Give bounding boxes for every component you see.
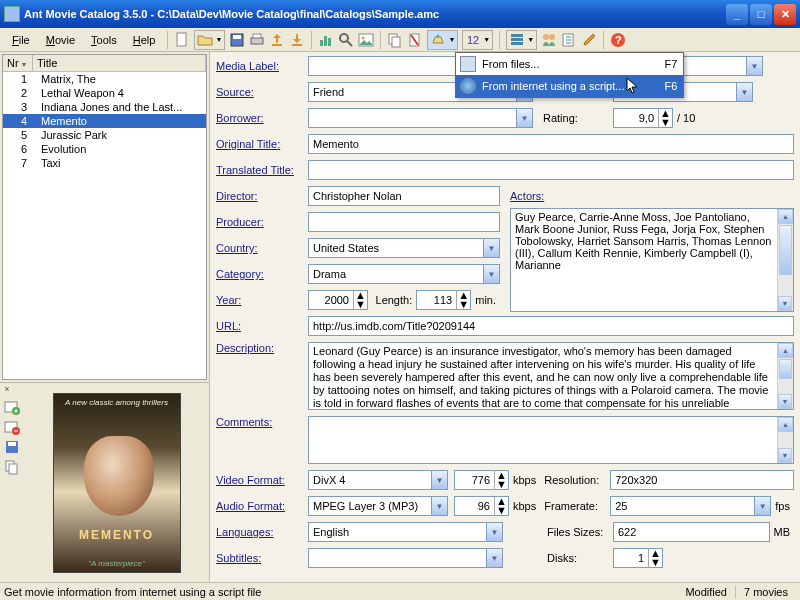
- lbl-original-title[interactable]: Original Title:: [216, 138, 308, 150]
- lbl-subtitles[interactable]: Subtitles:: [216, 552, 308, 564]
- prefs-icon[interactable]: [581, 32, 597, 48]
- video-rate-spin[interactable]: 776▲▼: [454, 470, 509, 490]
- subtitles-combo[interactable]: ▼: [308, 548, 503, 568]
- actors-text[interactable]: Guy Pearce, Carrie-Anne Moss, Joe Pantol…: [510, 208, 794, 312]
- print-icon[interactable]: [249, 32, 265, 48]
- lbl-length: Length:: [368, 294, 416, 306]
- category-combo[interactable]: Drama▼: [308, 264, 500, 284]
- list-row[interactable]: 3Indiana Jones and the Last...: [3, 100, 206, 114]
- svg-rect-32: [9, 464, 17, 474]
- audio-rate-spin[interactable]: 96▲▼: [454, 496, 509, 516]
- comments-text[interactable]: ▲▼: [308, 416, 794, 464]
- url-input[interactable]: [308, 316, 794, 336]
- new-icon[interactable]: [174, 32, 190, 48]
- list-row[interactable]: 5Jurassic Park: [3, 128, 206, 142]
- svg-point-11: [362, 36, 365, 39]
- lbl-description[interactable]: Description:: [216, 342, 308, 354]
- title-bar: Ant Movie Catalog 3.5.0 - C:\Data\Dev\Mo…: [0, 0, 800, 28]
- loan-icon[interactable]: [541, 32, 557, 48]
- lbl-video-format[interactable]: Video Format:: [216, 474, 308, 486]
- save-icon[interactable]: [229, 32, 245, 48]
- director-input[interactable]: [308, 186, 500, 206]
- lbl-director[interactable]: Director:: [216, 190, 308, 202]
- open-dropdown[interactable]: ▼: [194, 30, 225, 50]
- lbl-translated-title[interactable]: Translated Title:: [216, 164, 308, 176]
- lbl-producer[interactable]: Producer:: [216, 216, 308, 228]
- lbl-category[interactable]: Category:: [216, 268, 308, 280]
- lbl-borrower[interactable]: Borrower:: [216, 112, 308, 124]
- list-row[interactable]: 7Taxi: [3, 156, 206, 170]
- pic-save-icon[interactable]: [4, 439, 20, 455]
- number-dropdown[interactable]: 12▼: [462, 30, 493, 50]
- files-sizes-input[interactable]: [613, 522, 770, 542]
- close-button[interactable]: ✕: [774, 4, 796, 25]
- list-header[interactable]: Nr Title: [3, 55, 206, 72]
- lbl-languages[interactable]: Languages:: [216, 526, 308, 538]
- rating-spin[interactable]: 9,0▲▼: [613, 108, 673, 128]
- status-count: 7 movies: [736, 586, 796, 598]
- lbl-media-label[interactable]: Media Label:: [216, 60, 308, 72]
- list-row[interactable]: 2Lethal Weapon 4: [3, 86, 206, 100]
- help-icon[interactable]: ?: [610, 32, 626, 48]
- files-icon: [460, 56, 476, 72]
- list-row[interactable]: 4Memento: [3, 114, 206, 128]
- menu-movie[interactable]: Movie: [38, 31, 83, 49]
- lbl-country[interactable]: Country:: [216, 242, 308, 254]
- lbl-comments[interactable]: Comments:: [216, 416, 308, 428]
- video-format-combo[interactable]: DivX 4▼: [308, 470, 448, 490]
- popup-from-files[interactable]: From files... F7: [456, 53, 683, 75]
- movie-poster[interactable]: A new classic among thrillers MEMENTO "A…: [53, 393, 181, 573]
- resolution-input[interactable]: [610, 470, 794, 490]
- view-dropdown[interactable]: ▼: [506, 30, 537, 50]
- lbl-url[interactable]: URL:: [216, 320, 308, 332]
- svg-rect-3: [251, 38, 263, 44]
- maximize-button[interactable]: □: [750, 4, 772, 25]
- year-spin[interactable]: 2000▲▼: [308, 290, 368, 310]
- delete-icon[interactable]: [407, 32, 423, 48]
- disks-spin[interactable]: 1▲▼: [613, 548, 663, 568]
- col-nr[interactable]: Nr: [3, 55, 33, 71]
- pic-delete-icon[interactable]: [4, 419, 20, 435]
- languages-combo[interactable]: English▼: [308, 522, 503, 542]
- stats-icon[interactable]: [318, 32, 334, 48]
- list-row[interactable]: 6Evolution: [3, 142, 206, 156]
- lbl-disks: Disks:: [543, 552, 613, 564]
- menu-tools[interactable]: Tools: [83, 31, 125, 49]
- svg-rect-17: [511, 34, 523, 37]
- borrower-combo[interactable]: ▼: [308, 108, 533, 128]
- movie-list[interactable]: Nr Title 1Matrix, The2Lethal Weapon 43In…: [2, 54, 207, 380]
- close-thumb-icon[interactable]: ×: [1, 384, 13, 396]
- lbl-audio-format[interactable]: Audio Format:: [216, 500, 308, 512]
- popup-from-internet[interactable]: From internet using a script... F6: [456, 75, 683, 97]
- export-icon[interactable]: [269, 32, 285, 48]
- lbl-year[interactable]: Year:: [216, 294, 308, 306]
- menu-help[interactable]: Help: [125, 31, 164, 49]
- svg-point-21: [549, 34, 555, 40]
- col-title[interactable]: Title: [33, 55, 206, 71]
- original-title-input[interactable]: [308, 134, 794, 154]
- framerate-combo[interactable]: 25▼: [610, 496, 771, 516]
- lbl-actors[interactable]: Actors:: [510, 190, 544, 202]
- pic-add-icon[interactable]: [4, 399, 20, 415]
- find-icon[interactable]: [338, 32, 354, 48]
- audio-format-combo[interactable]: MPEG Layer 3 (MP3)▼: [308, 496, 448, 516]
- description-text[interactable]: Leonard (Guy Pearce) is an insurance inv…: [308, 342, 794, 410]
- copy-icon[interactable]: [387, 32, 403, 48]
- lbl-rating: Rating:: [533, 112, 613, 124]
- get-info-dropdown[interactable]: ▼: [427, 30, 458, 50]
- country-combo[interactable]: United States▼: [308, 238, 500, 258]
- length-spin[interactable]: 113▲▼: [416, 290, 471, 310]
- list-row[interactable]: 1Matrix, The: [3, 72, 206, 86]
- svg-rect-0: [177, 33, 186, 46]
- pic-copy-icon[interactable]: [4, 459, 20, 475]
- menu-file[interactable]: File: [4, 31, 38, 49]
- minimize-button[interactable]: _: [726, 4, 748, 25]
- svg-point-8: [340, 34, 348, 42]
- script-icon[interactable]: [561, 32, 577, 48]
- globe-icon: [460, 78, 476, 94]
- picture-icon[interactable]: [358, 32, 374, 48]
- lbl-source[interactable]: Source:: [216, 86, 308, 98]
- producer-input[interactable]: [308, 212, 500, 232]
- translated-title-input[interactable]: [308, 160, 794, 180]
- import-icon[interactable]: [289, 32, 305, 48]
